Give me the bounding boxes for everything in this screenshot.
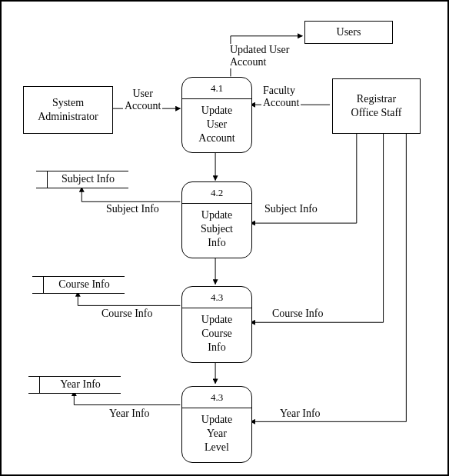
flow-course-info-out: Course Info	[100, 308, 155, 320]
process-update-user-account: 4.1 Update User Account	[181, 77, 252, 153]
process-id: 4.3	[182, 391, 251, 408]
process-name: Update User Account	[198, 105, 234, 144]
process-id: 4.3	[182, 291, 251, 308]
entity-system-admin: System Administrator	[23, 86, 113, 134]
flow-updated-user-account: Updated User Account	[228, 44, 291, 68]
store-label: Course Info	[44, 277, 125, 293]
store-year-info: Year Info	[28, 376, 121, 394]
flow-subject-info-out: Subject Info	[105, 203, 161, 215]
dfd-diagram: System Administrator Registrar Office St…	[0, 0, 449, 476]
store-label: Year Info	[40, 377, 121, 393]
process-id: 4.2	[182, 187, 251, 204]
entity-users: Users	[304, 21, 393, 44]
flow-year-info-in: Year Info	[278, 408, 322, 420]
flow-subject-info-in: Subject Info	[263, 203, 319, 215]
process-update-subject-info: 4.2 Update Subject Info	[181, 181, 252, 258]
flow-user-account: User Account	[123, 88, 162, 112]
store-course-info: Course Info	[32, 276, 125, 294]
process-id: 4.1	[182, 82, 251, 99]
flow-year-info-out: Year Info	[108, 408, 151, 420]
process-update-course-info: 4.3 Update Course Info	[181, 286, 252, 363]
process-name: Update Subject Info	[201, 209, 233, 248]
store-bar	[28, 377, 40, 393]
entity-registrar: Registrar Office Staff	[332, 78, 421, 134]
process-update-year-level: 4.3 Update Year Level	[181, 386, 252, 463]
store-subject-info: Subject Info	[36, 171, 128, 188]
flow-faculty-account: Faculty Account	[261, 85, 301, 109]
store-bar	[32, 277, 44, 293]
flow-course-info-in: Course Info	[271, 308, 325, 320]
process-name: Update Year Level	[201, 414, 232, 453]
process-name: Update Course Info	[201, 314, 232, 353]
store-bar	[36, 171, 48, 188]
store-label: Subject Info	[48, 171, 128, 188]
